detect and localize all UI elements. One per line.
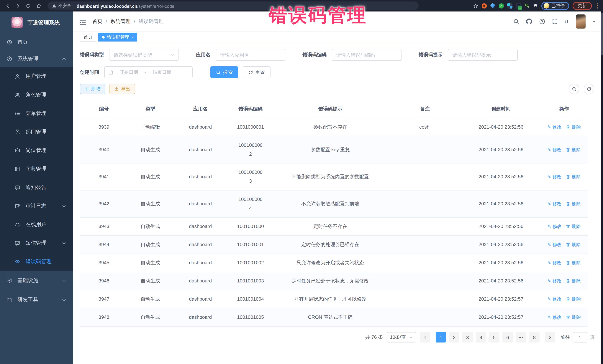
help-icon[interactable]: [539, 18, 545, 24]
browser-forward-button[interactable]: [14, 2, 22, 10]
app-name-field[interactable]: [216, 49, 285, 61]
extension-icon-switch[interactable]: on: [516, 3, 521, 8]
error-msg-input[interactable]: [452, 52, 513, 58]
delete-link[interactable]: 删除: [566, 199, 581, 208]
browser-back-button[interactable]: [4, 2, 11, 10]
sidebar-item-error-code[interactable]: 错误码管理: [0, 253, 73, 271]
page-scrollbar[interactable]: [601, 11, 603, 364]
page-more-button[interactable]: •••: [516, 332, 526, 342]
browser-update-button[interactable]: 更新: [573, 2, 592, 10]
sidebar-item-home[interactable]: 首页: [0, 34, 73, 50]
page-button-1[interactable]: 1: [436, 332, 446, 342]
breadcrumb-home[interactable]: 首页: [93, 18, 103, 25]
error-msg-field[interactable]: [448, 49, 518, 61]
edit-link[interactable]: ✎修改: [547, 258, 561, 267]
breadcrumb-section[interactable]: 系统管理: [111, 18, 131, 25]
search-button[interactable]: 搜索: [210, 66, 238, 78]
cell-created: 2021-04-20 23:52:56: [462, 218, 540, 235]
page-size-select[interactable]: 10条/页: [387, 332, 416, 342]
not-secure-warning[interactable]: 不安全: [52, 3, 71, 9]
search-icon[interactable]: [513, 18, 519, 24]
tab-error-code[interactable]: 错误码管理 ×: [98, 33, 138, 42]
edit-link[interactable]: ✎修改: [547, 313, 561, 322]
add-button[interactable]: 新增: [80, 84, 105, 94]
delete-link[interactable]: 删除: [566, 258, 581, 267]
profile-paused-chip[interactable]: 已暂停: [541, 2, 569, 10]
collapse-sidebar-button[interactable]: [79, 19, 86, 24]
edit-link[interactable]: ✎修改: [547, 145, 561, 154]
edit-link[interactable]: ✎修改: [547, 123, 561, 132]
refresh-table-button[interactable]: [584, 84, 594, 94]
sidebar-item-dict[interactable]: 字典管理: [0, 160, 73, 178]
browser-reload-button[interactable]: [24, 2, 32, 10]
page-button-6[interactable]: 6: [502, 332, 513, 342]
sidebar-item-system[interactable]: 系统管理: [0, 50, 73, 67]
sidebar-item-online-users[interactable]: 在线用户: [0, 215, 73, 234]
extension-icon-key[interactable]: [524, 3, 530, 8]
page-button-8[interactable]: 8: [529, 332, 540, 342]
edit-link[interactable]: ✎修改: [547, 199, 561, 208]
goto-page-input[interactable]: [573, 332, 587, 342]
delete-link[interactable]: 删除: [566, 295, 581, 304]
edit-link[interactable]: ✎修改: [547, 172, 561, 181]
page-button-2[interactable]: 2: [449, 332, 459, 342]
edit-link[interactable]: ✎修改: [547, 222, 561, 231]
browser-home-button[interactable]: [35, 2, 42, 10]
reset-button[interactable]: 重置: [243, 66, 270, 78]
date-range-picker[interactable]: -: [104, 66, 193, 78]
extension-icon-green-check[interactable]: ✓: [499, 3, 504, 8]
extensions-puzzle-icon[interactable]: [533, 3, 538, 8]
sidebar-item-menus[interactable]: 菜单管理: [0, 104, 73, 123]
sidebar-item-departments[interactable]: 部门管理: [0, 123, 73, 141]
delete-link[interactable]: 删除: [566, 172, 581, 181]
sidebar-item-notice[interactable]: 通知公告: [0, 178, 73, 197]
sidebar-item-users[interactable]: 用户管理: [0, 67, 73, 86]
announcement-icon: [14, 185, 20, 190]
page-button-4[interactable]: 4: [476, 332, 486, 342]
date-end-input[interactable]: [149, 70, 175, 75]
edit-link[interactable]: ✎修改: [547, 240, 561, 249]
error-code-field[interactable]: [332, 49, 402, 61]
delete-link[interactable]: 删除: [566, 240, 581, 249]
extension-icon-orange[interactable]: [482, 3, 487, 8]
user-avatar[interactable]: [576, 14, 586, 28]
error-code-input[interactable]: [336, 52, 397, 58]
font-size-icon[interactable]: tT: [565, 19, 569, 24]
error-type-select[interactable]: [109, 49, 179, 61]
next-page-button[interactable]: [545, 332, 555, 342]
extension-icon-grid[interactable]: [507, 3, 512, 8]
prev-page-button[interactable]: [420, 332, 430, 342]
delete-link[interactable]: 删除: [566, 222, 581, 231]
tab-home[interactable]: 首页: [80, 33, 96, 42]
sidebar-item-roles[interactable]: 角色管理: [0, 86, 73, 104]
app-name-input[interactable]: [220, 52, 281, 58]
date-start-input[interactable]: [116, 70, 142, 75]
page-button-5[interactable]: 5: [489, 332, 499, 342]
sidebar-item-posts[interactable]: 岗位管理: [0, 141, 73, 160]
github-icon[interactable]: [526, 18, 532, 24]
delete-link[interactable]: 删除: [566, 123, 581, 132]
sidebar-item-sms[interactable]: 短信管理: [0, 234, 73, 253]
bookmark-star-icon[interactable]: [473, 3, 478, 8]
avatar-caret-icon[interactable]: [593, 21, 596, 23]
sidebar-item-dev-tools[interactable]: 研发工具: [0, 290, 73, 309]
scrollbar-thumb[interactable]: [601, 13, 603, 55]
cell-remark: [388, 295, 462, 304]
extension-icon-gem[interactable]: [490, 3, 495, 8]
sidebar-item-infrastructure[interactable]: 基础设施: [0, 271, 73, 290]
edit-link[interactable]: ✎修改: [547, 276, 561, 286]
tab-close-icon[interactable]: ×: [131, 35, 134, 39]
toggle-search-button[interactable]: [569, 84, 579, 94]
browser-menu-button[interactable]: [595, 3, 599, 8]
export-button[interactable]: 导出: [109, 84, 135, 94]
error-type-select-input[interactable]: [114, 52, 168, 58]
not-secure-label: 不安全: [58, 3, 71, 9]
edit-link[interactable]: ✎修改: [547, 295, 561, 304]
fullscreen-icon[interactable]: [552, 19, 557, 24]
delete-link[interactable]: 删除: [566, 313, 581, 322]
delete-link[interactable]: 删除: [566, 276, 581, 286]
sidebar-item-audit-log[interactable]: 审计日志: [0, 197, 73, 215]
page-button-3[interactable]: 3: [462, 332, 473, 342]
delete-link[interactable]: 删除: [566, 145, 581, 154]
url-domain: dashboard.yudao.iocoder.cn: [77, 3, 137, 9]
